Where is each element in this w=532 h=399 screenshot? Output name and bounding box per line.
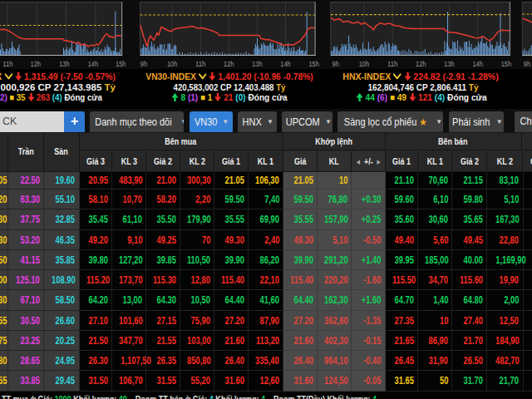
- svg-text:9h: 9h: [524, 60, 530, 68]
- svg-text:15h: 15h: [116, 60, 126, 68]
- svg-text:9h: 9h: [332, 60, 339, 68]
- svg-text:11h: 11h: [2, 60, 12, 68]
- svg-text:15h: 15h: [308, 60, 318, 68]
- svg-text:13h: 13h: [252, 60, 262, 68]
- svg-text:14h: 14h: [472, 60, 482, 68]
- svg-text:10h: 10h: [359, 60, 369, 68]
- svg-text:11h: 11h: [195, 60, 205, 68]
- svg-text:12h: 12h: [224, 60, 234, 68]
- svg-text:11h: 11h: [387, 60, 397, 68]
- svg-text:14h: 14h: [88, 60, 98, 68]
- svg-text:12h: 12h: [31, 60, 41, 68]
- svg-text:13h: 13h: [444, 60, 454, 68]
- svg-text:15h: 15h: [501, 60, 511, 68]
- svg-text:9h: 9h: [140, 60, 147, 68]
- svg-text:12h: 12h: [416, 60, 426, 68]
- svg-text:10h: 10h: [167, 60, 177, 68]
- svg-text:13h: 13h: [59, 60, 69, 68]
- svg-text:14h: 14h: [280, 60, 290, 68]
